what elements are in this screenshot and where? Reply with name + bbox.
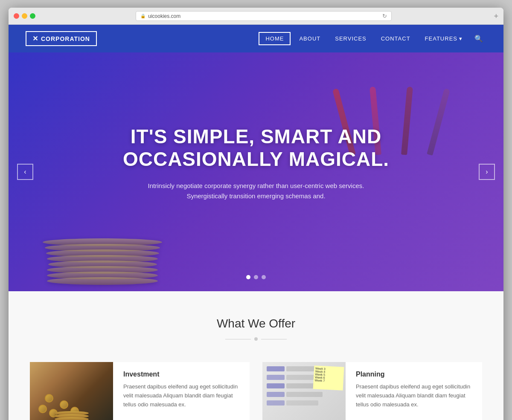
investment-card-content: Investment Praesent dapibus eleifend aug… xyxy=(113,362,250,420)
sticky-note: Week 3Week 4Week 5Week 6Week 7 xyxy=(313,365,344,391)
address-bar[interactable]: 🔒 uicookies.com ↻ xyxy=(136,11,392,21)
browser-chrome: 🔒 uicookies.com ↻ + xyxy=(9,8,503,25)
slider-dot-2[interactable] xyxy=(254,275,258,279)
investment-card: Investment Praesent dapibus eleifend aug… xyxy=(30,362,250,420)
nav-item-home[interactable]: HOME xyxy=(259,32,291,45)
search-icon[interactable]: 🔍 xyxy=(471,32,486,46)
planning-card-image: Week 3Week 4Week 5Week 6Week 7 xyxy=(262,362,346,420)
planning-card: Week 3Week 4Week 5Week 6Week 7 Planning … xyxy=(262,362,482,420)
hero-content: IT'S SIMPLE, SMART AND OCCASIONALLY MAGI… xyxy=(107,117,405,227)
cards-gap xyxy=(250,362,262,420)
pen-4 xyxy=(427,88,450,156)
nav-search-item[interactable]: 🔍 xyxy=(471,35,486,43)
cards-row: Investment Praesent dapibus eleifend aug… xyxy=(30,362,482,420)
offers-section: What We Offer xyxy=(9,291,503,420)
investment-card-title: Investment xyxy=(123,371,239,378)
maximize-button[interactable] xyxy=(30,13,35,19)
slider-dot-3[interactable] xyxy=(262,275,266,279)
nav-item-about[interactable]: ABOUT xyxy=(293,32,326,45)
slider-prev-button[interactable]: ‹ xyxy=(17,164,33,180)
divider-line-right xyxy=(261,339,287,339)
planning-card-content: Planning Praesent dapibus eleifend aug e… xyxy=(346,362,482,420)
traffic-lights xyxy=(14,13,35,19)
hero-title: IT'S SIMPLE, SMART AND OCCASIONALLY MAGI… xyxy=(115,125,397,171)
investment-card-text: Praesent dapibus eleifend aug eget solli… xyxy=(123,382,239,409)
nav-item-features[interactable]: FEATURES ▾ xyxy=(419,32,468,45)
nav-link-home[interactable]: HOME xyxy=(259,32,291,45)
lock-icon: 🔒 xyxy=(140,14,145,18)
coin-8 xyxy=(47,277,158,285)
nav-item-contact[interactable]: CONTACT xyxy=(375,32,416,45)
minimize-button[interactable] xyxy=(22,13,27,19)
hero-section: ‹ IT'S SIMPLE, SMART AND OCCASIONALLY MA… xyxy=(9,52,503,291)
nav-link-features[interactable]: FEATURES ▾ xyxy=(419,32,468,45)
coins-image xyxy=(30,362,113,420)
card-coin-3 xyxy=(55,417,89,420)
logo-text: CORPORATION xyxy=(41,35,90,42)
nav-link-about[interactable]: ABOUT xyxy=(293,32,326,45)
nav-links: HOME ABOUT SERVICES CONTACT FEATURES ▾ 🔍 xyxy=(259,32,486,45)
planning-card-title: Planning xyxy=(356,371,472,378)
section-divider xyxy=(26,337,486,341)
browser-window: 🔒 uicookies.com ↻ + ✕ CORPORATION HOME A… xyxy=(9,8,503,420)
planning-image: Week 3Week 4Week 5Week 6Week 7 xyxy=(262,362,346,420)
scatter-coin-3 xyxy=(60,400,68,409)
website-content: ✕ CORPORATION HOME ABOUT SERVICES CONTAC… xyxy=(9,25,503,420)
nav-link-contact[interactable]: CONTACT xyxy=(375,32,416,45)
coin-pile xyxy=(55,411,89,420)
planning-card-text: Praesent dapibus eleifend aug eget solli… xyxy=(356,382,472,409)
slider-next-button[interactable]: › xyxy=(479,164,495,180)
logo[interactable]: ✕ CORPORATION xyxy=(26,31,97,46)
chevron-down-icon: ▾ xyxy=(459,35,463,42)
nav-item-services[interactable]: SERVICES xyxy=(329,32,372,45)
divider-dot xyxy=(254,337,258,341)
reload-button[interactable]: ↻ xyxy=(382,13,387,19)
scatter-coin-1 xyxy=(38,405,47,413)
new-tab-button[interactable]: + xyxy=(494,12,498,20)
chevron-left-icon: ‹ xyxy=(24,168,26,176)
investment-card-image xyxy=(30,362,113,420)
scatter-coin-5 xyxy=(45,394,53,403)
hero-subtitle: Intrinsicly negotiate corporate synergy … xyxy=(132,181,380,201)
logo-x-icon: ✕ xyxy=(32,35,38,43)
navbar: ✕ CORPORATION HOME ABOUT SERVICES CONTAC… xyxy=(9,25,503,52)
section-title: What We Offer xyxy=(26,317,486,330)
coins-decoration xyxy=(43,238,162,283)
slider-dot-1[interactable] xyxy=(246,275,250,279)
divider-line-left xyxy=(225,339,251,339)
chevron-right-icon: › xyxy=(486,168,488,176)
nav-link-services[interactable]: SERVICES xyxy=(329,32,372,45)
url-text: uicookies.com xyxy=(148,13,180,19)
close-button[interactable] xyxy=(14,13,19,19)
slider-dots xyxy=(246,275,266,279)
